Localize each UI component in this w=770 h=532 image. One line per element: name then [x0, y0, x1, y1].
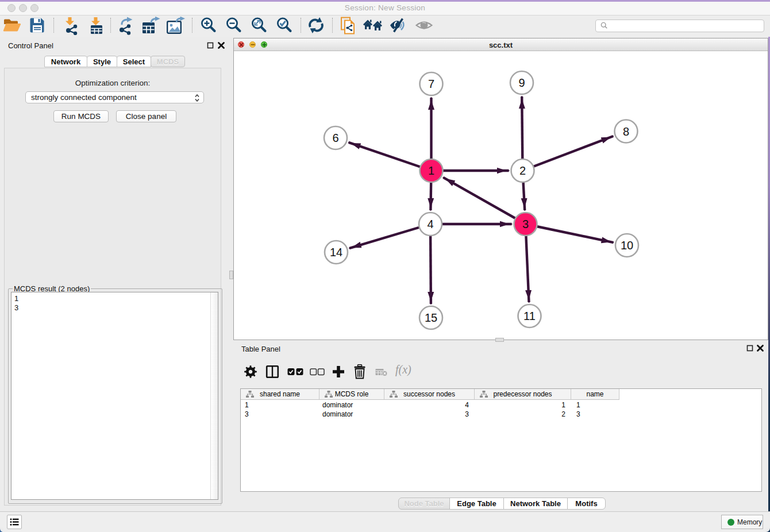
- svg-text:3: 3: [522, 218, 529, 230]
- svg-text:4: 4: [427, 218, 433, 230]
- svg-text:9: 9: [518, 76, 525, 89]
- svg-text:15: 15: [425, 311, 437, 324]
- svg-text:8: 8: [623, 125, 629, 138]
- svg-text:11: 11: [523, 310, 536, 322]
- svg-text:14: 14: [330, 246, 342, 259]
- svg-text:7: 7: [428, 78, 434, 90]
- svg-text:2: 2: [519, 164, 526, 177]
- svg-text:10: 10: [621, 239, 633, 252]
- svg-text:6: 6: [332, 132, 338, 144]
- svg-text:1: 1: [428, 164, 434, 177]
